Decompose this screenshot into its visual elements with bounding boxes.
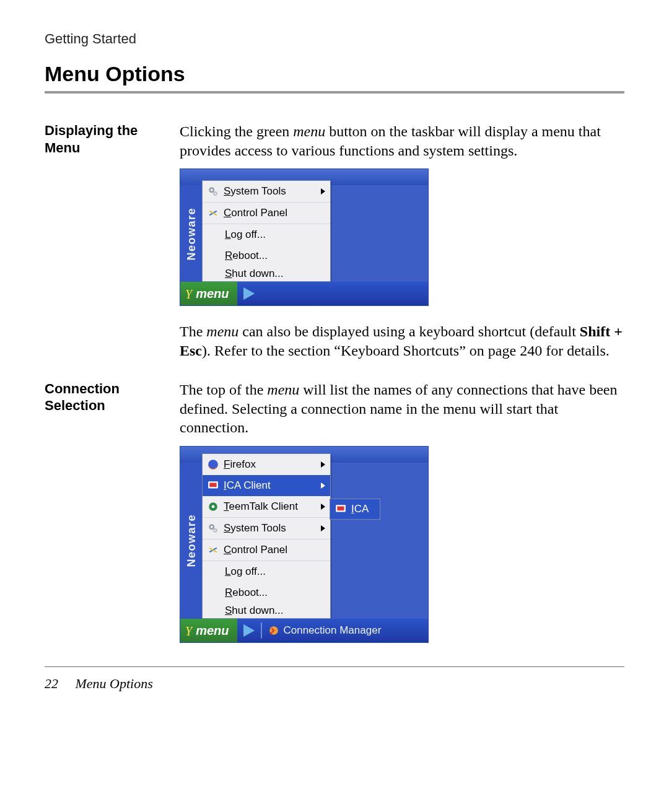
menu-item-system-tools[interactable]: System Tools (203, 181, 330, 202)
gears-icon (208, 523, 219, 534)
text-em: menu (267, 382, 299, 398)
ica-icon (208, 480, 219, 491)
menu-item-label: Reboot... (225, 250, 325, 262)
menu-item-control-panel[interactable]: Control Panel (203, 539, 330, 561)
text: og off... (230, 565, 265, 577)
title-rule (45, 91, 624, 94)
text: ontrol Panel (231, 544, 287, 556)
text: Clicking the green (180, 123, 293, 139)
page-title: Menu Options (45, 62, 624, 86)
section-displaying-menu: Displaying the Menu Clicking the green m… (45, 122, 624, 160)
menu-popup: System Tools Control Panel Log off... Re… (202, 180, 331, 282)
tools-icon (208, 207, 219, 219)
menu-item-log-off[interactable]: Log off... (203, 561, 330, 582)
svg-point-3 (214, 193, 216, 194)
page: Getting Started Menu Options Displaying … (0, 0, 669, 723)
menu-item-reboot[interactable]: Reboot... (203, 582, 330, 603)
text: The top of the (180, 382, 267, 398)
menu-item-label: Control Panel (224, 544, 325, 556)
side-heading: Connection Selection (45, 380, 162, 414)
brand-text: Neoware (185, 207, 198, 261)
tools-icon (208, 544, 219, 556)
figure-2-wrap: Neoware Firefox ICA Client (45, 446, 624, 643)
menu-item-shut-down[interactable]: Shut down... (203, 266, 330, 281)
chevron-right-icon (321, 482, 325, 489)
text: The (180, 323, 206, 339)
taskbar: Y menu Connection Manager (180, 619, 428, 642)
svg-point-10 (212, 505, 215, 509)
chevron-right-icon (321, 504, 325, 510)
figure-1-wrap: Neoware System Tools Control (45, 168, 624, 306)
menu-item-label: System Tools (224, 522, 316, 535)
menu-item-firefox[interactable]: Firefox (203, 454, 330, 475)
menu-logo-icon: Y (185, 288, 192, 300)
figure-2-offset: Neoware Firefox ICA Client (180, 446, 429, 643)
menu-item-label: Log off... (225, 565, 325, 578)
firefox-icon (208, 459, 219, 470)
text: CA Client (227, 479, 271, 491)
paw-icon (243, 624, 255, 637)
menu-item-label: TeemTalk Client (224, 500, 316, 513)
chevron-right-icon (321, 188, 325, 194)
svg-rect-18 (337, 507, 344, 511)
menu-item-label: Firefox (224, 458, 316, 471)
svg-rect-8 (209, 483, 216, 487)
text-em: menu (206, 323, 238, 339)
menu-item-shut-down[interactable]: Shut down... (203, 603, 330, 618)
text-em: menu (293, 123, 325, 139)
body-row: The menu can also be displayed using a k… (45, 322, 624, 360)
text: ystem Tools (230, 185, 286, 197)
side-heading: Displaying the Menu (45, 122, 162, 156)
screenshot-menu-basic: Neoware System Tools Control (180, 168, 429, 306)
text: CA (354, 503, 369, 515)
menu-item-label: Shut down... (225, 605, 325, 617)
page-number: 22 (45, 676, 58, 691)
svg-point-1 (211, 189, 213, 191)
taskbar-connection-manager[interactable]: Connection Manager (268, 624, 381, 637)
taskbar-item-label: Connection Manager (283, 624, 381, 637)
taskbar-separator (261, 622, 262, 639)
start-menu-button[interactable]: Y menu (180, 619, 237, 642)
menu-item-label: Shut down... (225, 268, 325, 280)
text: hut down... (232, 268, 283, 279)
brand-text: Neoware (185, 514, 198, 567)
menu-popup: Firefox ICA Client TeemT (202, 453, 331, 619)
figure-1-offset: Neoware System Tools Control (180, 168, 429, 306)
menu-item-reboot[interactable]: Reboot... (203, 245, 330, 266)
chevron-right-icon (321, 461, 325, 468)
submenu-popup: ICA (330, 499, 380, 520)
menu-logo-icon: Y (185, 625, 192, 637)
body-text: Clicking the green menu button on the ta… (180, 122, 624, 160)
page-footer: 22 Menu Options (45, 676, 624, 692)
menu-item-label: ICA Client (224, 479, 316, 492)
menu-item-control-panel[interactable]: Control Panel (203, 202, 330, 224)
start-menu-button[interactable]: Y menu (180, 282, 237, 305)
body-text: The top of the menu will list the names … (180, 380, 624, 437)
submenu-item-ica[interactable]: ICA (330, 499, 380, 519)
submenu-item-label: ICA (351, 503, 375, 515)
menu-item-label: Log off... (225, 229, 325, 241)
ica-icon (335, 504, 346, 515)
footer-rule (45, 666, 624, 667)
text: ). Refer to the section “Keyboard Shortc… (202, 343, 610, 359)
svg-point-12 (211, 526, 213, 528)
running-head: Getting Started (45, 31, 624, 47)
text: ontrol Panel (231, 207, 287, 219)
chevron-right-icon (321, 525, 325, 531)
body-text: The menu can also be displayed using a k… (180, 322, 624, 360)
menu-item-system-tools[interactable]: System Tools (203, 517, 330, 539)
menu-item-log-off[interactable]: Log off... (203, 224, 330, 245)
menu-button-label: menu (196, 287, 229, 301)
footer-title: Menu Options (76, 676, 153, 691)
svg-point-14 (214, 530, 216, 531)
screenshot-menu-connections: Neoware Firefox ICA Client (180, 446, 429, 643)
text: eboot... (232, 250, 268, 261)
text: og off... (230, 229, 265, 240)
section-connection-selection: Connection Selection The top of the menu… (45, 380, 624, 437)
menu-item-ica-client[interactable]: ICA Client (203, 475, 330, 496)
text: hut down... (232, 605, 283, 616)
menu-item-label: System Tools (224, 185, 316, 198)
menu-item-teemtalk[interactable]: TeemTalk Client (203, 496, 330, 517)
menu-brand-strip: Neoware (181, 463, 202, 619)
text: irefox (230, 458, 256, 470)
